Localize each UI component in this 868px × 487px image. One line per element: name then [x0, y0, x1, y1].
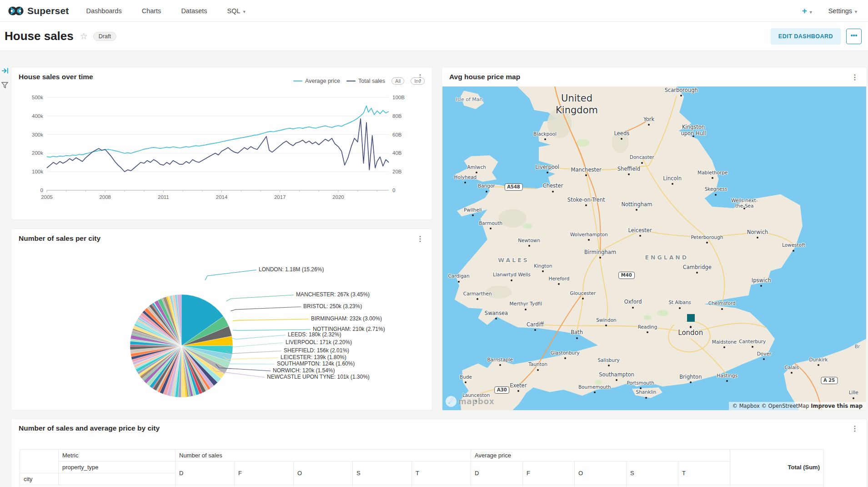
column-group-number-of-sales: Number of sales — [176, 450, 471, 462]
map-label: Nottingham — [621, 201, 652, 208]
legend-all-button[interactable]: All — [391, 77, 404, 85]
map-city-dot — [528, 245, 530, 247]
map-city-dot — [534, 329, 536, 331]
map-city-dot — [752, 346, 753, 348]
property-type-header: D — [176, 462, 235, 485]
chart-menu-kebab-icon[interactable]: ⋮ — [849, 424, 860, 433]
svg-text:2014: 2014 — [216, 194, 228, 200]
chart-menu-kebab-icon[interactable]: ⋮ — [415, 234, 426, 243]
map-label: Llanwrtyd Wells — [493, 272, 531, 277]
map-city-dot — [793, 250, 794, 252]
mapbox-logo[interactable]: ☄ mapbox — [446, 396, 494, 407]
map-label: Mablethorpe — [697, 170, 728, 175]
settings-menu[interactable]: Settings▼ — [828, 7, 858, 15]
chart-card-house-sales-over-time: House sales over time ⋮ Average price To… — [11, 67, 432, 220]
map-label: Barmouth — [479, 220, 502, 226]
map-label: Exeter — [510, 382, 527, 389]
legend-swatch — [346, 81, 356, 81]
price-value: 555k — [471, 485, 523, 487]
map-city-dot — [495, 318, 497, 320]
filter-funnel-icon[interactable] — [1, 82, 8, 90]
map-label: Cardigan — [448, 273, 469, 279]
legend-inv-button[interactable]: Inv — [411, 77, 425, 85]
top-navbar: Superset Dashboards Charts Datasets SQL▼… — [0, 0, 868, 22]
map-label: Brighton — [679, 374, 702, 380]
map-city-dot — [490, 228, 492, 229]
osm-attribution-link[interactable]: © OpenStreetMap — [761, 403, 809, 409]
legend-swatch — [293, 81, 302, 81]
nav-item-datasets[interactable]: Datasets — [181, 7, 207, 15]
line-chart-canvas[interactable]: 00100k20B200k40B300k60B400k80B500k100B20… — [16, 91, 425, 215]
map-label: Dover — [757, 351, 772, 356]
chart-menu-kebab-icon[interactable]: ⋮ — [849, 73, 860, 81]
svg-text:2008: 2008 — [99, 194, 111, 200]
table-cell: Metric — [59, 450, 176, 462]
svg-text:40B: 40B — [392, 150, 402, 156]
price-value: 746k — [575, 485, 627, 487]
chart-title: Avg house price map — [449, 73, 520, 81]
nav-item-sql[interactable]: SQL▼ — [227, 7, 246, 15]
total-value: 2.18M — [730, 485, 824, 487]
more-actions-button[interactable]: ••• — [846, 29, 862, 44]
map-city-dot — [690, 326, 692, 328]
map-label: Bournemouth — [578, 384, 611, 390]
column-group-average-price: Average price — [471, 450, 730, 462]
map-label: Norwich — [747, 229, 768, 235]
map-label: Br — [854, 343, 860, 349]
superset-logo[interactable]: Superset — [8, 5, 69, 17]
map-city-dot — [726, 380, 728, 382]
price-value: 202k — [523, 485, 575, 487]
mapbox-map[interactable]: © Mapbox © OpenStreetMap Improve this ma… — [442, 86, 866, 410]
map-label: Cambridge — [683, 264, 712, 270]
chevron-down-icon: ▼ — [854, 10, 858, 14]
map-city-dot — [706, 242, 708, 244]
svg-text:2017: 2017 — [274, 194, 286, 200]
improve-map-link[interactable]: Improve this map — [811, 403, 863, 409]
map-city-dot — [547, 172, 548, 173]
chart-title: Number of sales and average price by cit… — [19, 424, 160, 432]
map-city-dot — [599, 257, 601, 259]
pie-slice-label: NORWICH: 120k (1.54%) — [273, 367, 335, 374]
map-city-dot — [542, 270, 544, 272]
map-city-dot — [628, 173, 630, 175]
map-label: Sheffield — [617, 166, 640, 172]
map-city-dot — [853, 397, 854, 399]
pie-slice-label: MANCHESTER: 267k (3.45%) — [296, 291, 370, 298]
map-city-dot — [672, 183, 673, 185]
map-city-dot — [558, 283, 560, 285]
map-city-dot — [723, 346, 725, 348]
map-city-dot — [715, 194, 717, 196]
map-city-dot — [476, 172, 477, 173]
line-legend: Average price Total sales All Inv — [293, 77, 425, 85]
map-label: Cardiff — [527, 321, 544, 328]
mapbox-attribution-link[interactable]: © Mapbox — [733, 403, 760, 409]
expand-filter-bar-icon[interactable] — [1, 67, 9, 76]
map-label: Leeds — [614, 130, 630, 137]
edit-dashboard-button[interactable]: EDIT DASHBOARD — [771, 28, 841, 45]
nav-item-dashboards[interactable]: Dashboards — [86, 7, 121, 15]
map-label: Hereford — [549, 276, 570, 281]
map-city-dot — [636, 209, 637, 211]
map-label: Hastings — [717, 373, 738, 378]
legend-average-price[interactable]: Average price — [293, 78, 340, 84]
new-item-button[interactable]: +▼ — [802, 6, 813, 16]
legend-total-sales[interactable]: Total sales — [346, 78, 385, 84]
map-city-dot — [517, 390, 519, 392]
property-type-header: O — [294, 462, 353, 485]
map-label: Reading — [638, 324, 657, 330]
map-label: Pwllheli — [464, 207, 482, 213]
property-type-header: O — [575, 462, 627, 485]
nav-item-charts[interactable]: Charts — [142, 7, 161, 15]
map-label: Portsmouth — [627, 380, 654, 386]
map-label: Chelmsford — [708, 300, 736, 306]
map-city-dot — [594, 391, 596, 393]
map-city-dot — [499, 364, 501, 366]
map-label: Liverpool — [535, 164, 559, 170]
chart-title: Number of sales per city — [19, 234, 100, 243]
favorite-star-icon[interactable]: ☆ — [80, 31, 88, 41]
map-city-dot — [680, 95, 682, 96]
map-city-dot — [712, 177, 713, 179]
map-city-dot — [763, 358, 765, 360]
map-city-dot — [648, 124, 650, 126]
map-label: Lille — [849, 390, 858, 395]
